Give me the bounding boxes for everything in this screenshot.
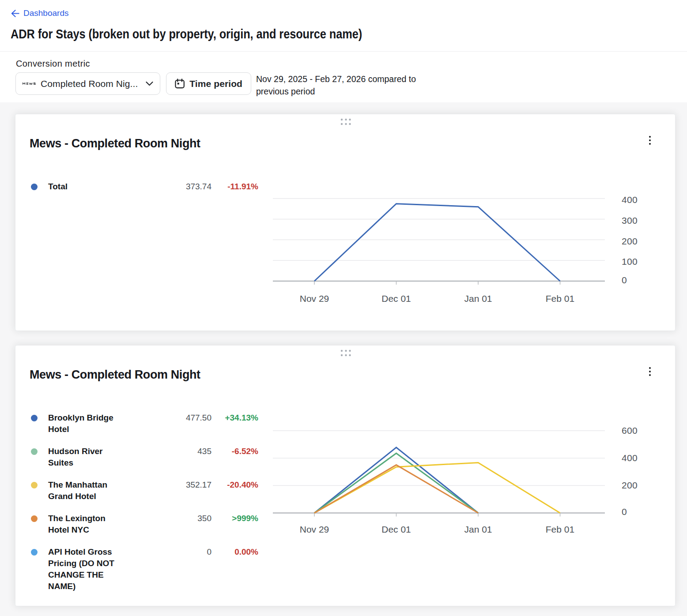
svg-text:Dec 01: Dec 01 (381, 293, 411, 304)
svg-text:Jan 01: Jan 01 (464, 524, 492, 534)
svg-text:Feb 01: Feb 01 (546, 293, 574, 304)
svg-text:400: 400 (622, 195, 638, 205)
svg-text:100: 100 (622, 256, 638, 267)
svg-text:Feb 01: Feb 01 (546, 524, 574, 534)
svg-text:0: 0 (622, 275, 627, 285)
svg-text:Nov 29: Nov 29 (300, 524, 329, 534)
svg-text:Jan 01: Jan 01 (464, 293, 492, 304)
svg-text:200: 200 (622, 236, 638, 246)
svg-text:200: 200 (622, 480, 638, 490)
svg-text:0: 0 (622, 507, 627, 517)
svg-text:Nov 29: Nov 29 (300, 293, 329, 304)
svg-text:400: 400 (622, 453, 638, 463)
svg-text:600: 600 (622, 425, 638, 436)
svg-text:300: 300 (622, 215, 638, 225)
svg-text:Dec 01: Dec 01 (381, 524, 411, 534)
